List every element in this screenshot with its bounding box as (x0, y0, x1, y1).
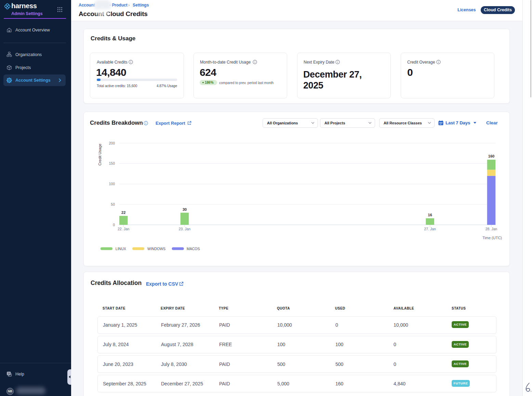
svg-text:50: 50 (111, 202, 115, 206)
svg-text:28. Jan: 28. Jan (486, 227, 497, 231)
svg-text:22. Jan: 22. Jan (118, 227, 130, 231)
svg-text:200: 200 (109, 141, 115, 145)
svg-text:0: 0 (113, 223, 115, 227)
svg-text:27. Jan: 27. Jan (424, 227, 436, 231)
svg-text:100: 100 (109, 182, 115, 186)
svg-text:Credit Usage: Credit Usage (98, 144, 102, 165)
svg-text:16: 16 (428, 213, 432, 217)
svg-text:MACOS: MACOS (187, 247, 200, 251)
svg-text:WINDOWS: WINDOWS (147, 247, 165, 251)
svg-text:150: 150 (109, 161, 115, 165)
svg-text:160: 160 (488, 154, 494, 158)
svg-text:?: ? (8, 372, 10, 375)
svg-text:30: 30 (183, 207, 187, 211)
svg-text:23. Jan: 23. Jan (179, 227, 191, 231)
svg-text:LINUX: LINUX (116, 247, 126, 251)
svg-text:Time (UTC): Time (UTC) (482, 236, 502, 240)
svg-text:22: 22 (121, 210, 125, 215)
